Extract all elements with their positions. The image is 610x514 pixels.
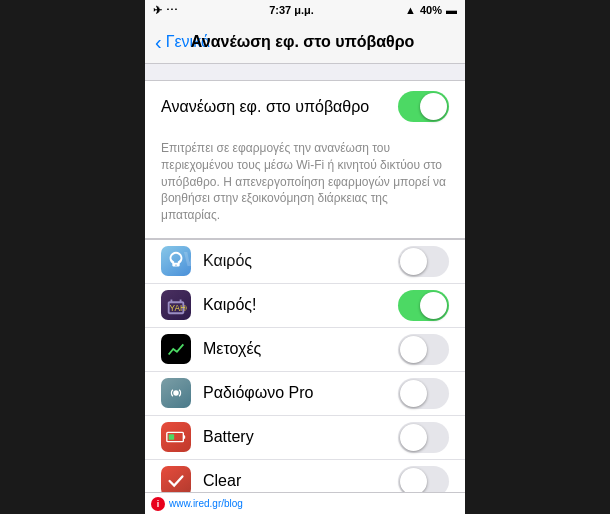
toggle-thumb xyxy=(400,468,427,495)
app-icon-battery xyxy=(161,422,191,452)
svg-rect-3 xyxy=(183,436,185,440)
app-toggle-weather1[interactable] xyxy=(398,246,449,277)
app-name-weather2: Καιρός! xyxy=(203,296,398,314)
toggle-thumb xyxy=(420,93,447,120)
app-toggle-stocks[interactable] xyxy=(398,334,449,365)
info-dot: i xyxy=(151,497,165,511)
airplane-icon: ✈ xyxy=(153,4,162,17)
app-row: Καιρός xyxy=(145,240,465,284)
main-toggle-switch[interactable] xyxy=(398,91,449,122)
toggle-thumb xyxy=(420,292,447,319)
bottom-url: www.ired.gr/blog xyxy=(169,498,243,509)
main-toggle-section: Ανανέωση εφ. στο υπόβαθρο Επιτρέπει σε ε… xyxy=(145,80,465,239)
info-icon: i xyxy=(157,499,160,509)
page-title: Ανανέωση εφ. στο υπόβαθρο xyxy=(150,33,455,51)
nav-bar: ‹ Γενικά Ανανέωση εφ. στο υπόβαθρο xyxy=(145,20,465,64)
app-icon-weather2: YAHOO xyxy=(161,290,191,320)
description-text: Επιτρέπει σε εφαρμογές την ανανέωση του … xyxy=(145,132,465,238)
app-icon-radio xyxy=(161,378,191,408)
status-left: ✈ ⋅⋅⋅ xyxy=(153,4,178,17)
svg-rect-4 xyxy=(169,435,175,441)
content-area: Ανανέωση εφ. στο υπόβαθρο Επιτρέπει σε ε… xyxy=(145,64,465,514)
app-row: Ραδιόφωνο Pro xyxy=(145,372,465,416)
app-name-weather1: Καιρός xyxy=(203,252,398,270)
battery-percent: 40% xyxy=(420,4,442,16)
app-name-radio: Ραδιόφωνο Pro xyxy=(203,384,398,402)
phone-container: ✈ ⋅⋅⋅ 7:37 μ.μ. ▲ 40% ▬ ‹ Γενικά Ανανέωσ… xyxy=(145,0,465,514)
toggle-thumb xyxy=(400,336,427,363)
main-toggle-label: Ανανέωση εφ. στο υπόβαθρο xyxy=(161,98,369,116)
status-time: 7:37 μ.μ. xyxy=(269,4,314,16)
main-toggle-row: Ανανέωση εφ. στο υπόβαθρο xyxy=(145,81,465,132)
app-name-battery: Battery xyxy=(203,428,398,446)
battery-icon: ▬ xyxy=(446,4,457,16)
app-row: Μετοχές xyxy=(145,328,465,372)
signal-icon: ▲ xyxy=(405,4,416,16)
app-toggle-battery[interactable] xyxy=(398,422,449,453)
status-right: ▲ 40% ▬ xyxy=(405,4,457,16)
app-list-section: ΚαιρόςYAHOOΚαιρός!ΜετοχέςΡαδιόφωνο ProBa… xyxy=(145,239,465,514)
toggle-thumb xyxy=(400,248,427,275)
wifi-icon: ⋅⋅⋅ xyxy=(166,4,178,17)
app-name-stocks: Μετοχές xyxy=(203,340,398,358)
toggle-thumb xyxy=(400,424,427,451)
toggle-thumb xyxy=(400,380,427,407)
app-row: Battery xyxy=(145,416,465,460)
app-toggle-weather2[interactable] xyxy=(398,290,449,321)
app-toggle-radio[interactable] xyxy=(398,378,449,409)
app-row: YAHOOΚαιρός! xyxy=(145,284,465,328)
app-icon-weather1 xyxy=(161,246,191,276)
status-bar: ✈ ⋅⋅⋅ 7:37 μ.μ. ▲ 40% ▬ xyxy=(145,0,465,20)
svg-text:YAHOO: YAHOO xyxy=(170,305,187,314)
bottom-bar: i www.ired.gr/blog xyxy=(145,492,465,514)
app-icon-stocks xyxy=(161,334,191,364)
svg-point-1 xyxy=(173,391,179,397)
app-name-clear: Clear xyxy=(203,472,398,490)
